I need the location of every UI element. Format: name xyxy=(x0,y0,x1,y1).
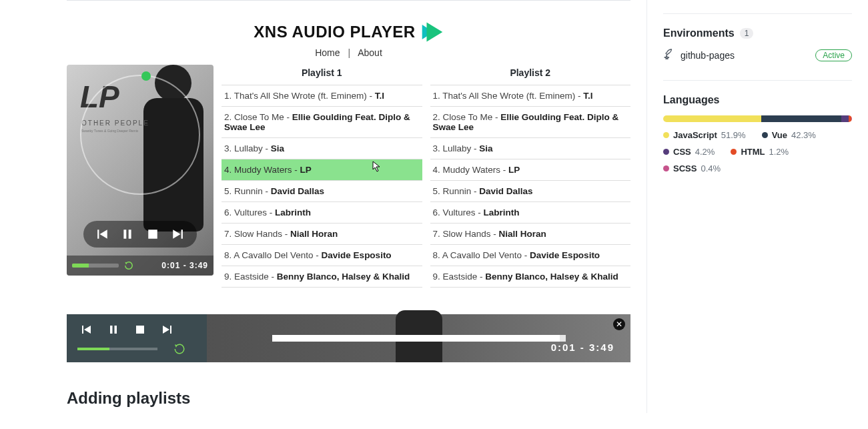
playlist-item[interactable]: 2. Close To Me - Ellie Goulding Feat. Di… xyxy=(430,106,631,137)
environment-row[interactable]: github-pages Active xyxy=(663,49,852,61)
progress-ring-handle-icon[interactable] xyxy=(141,71,151,81)
lang-name: SCSS xyxy=(673,163,697,173)
app-title: XNS AUDIO PLAYER xyxy=(254,22,443,42)
bp-mini-progress[interactable] xyxy=(77,348,157,350)
environments-title-text: Environments xyxy=(663,27,735,39)
rocket-icon xyxy=(663,49,674,61)
mini-progress[interactable] xyxy=(72,264,119,268)
playlist-item[interactable]: 1. That's All She Wrote (ft. Eminem) - T… xyxy=(430,85,631,106)
playlist-item[interactable]: 9. Eastside - Benny Blanco, Halsey & Kha… xyxy=(222,266,422,288)
playlist-item[interactable]: 4. Muddy Waters - LP xyxy=(430,159,631,180)
section-heading-adding-playlists: Adding playlists xyxy=(67,389,630,413)
bottom-player-controls xyxy=(67,314,207,362)
playlist-item[interactable]: 7. Slow Hands - Niall Horan xyxy=(222,223,422,244)
nav-home[interactable]: Home xyxy=(315,47,340,58)
track-artist: Sia xyxy=(479,143,492,153)
languages-section: Languages JavaScript51.9%Vue42.3%CSS4.2%… xyxy=(663,94,852,173)
svg-marker-3 xyxy=(99,230,107,239)
reload-icon[interactable] xyxy=(124,261,133,270)
track-artist: Benny Blanco, Halsey & Khalid xyxy=(277,272,410,282)
stop-icon[interactable] xyxy=(147,228,159,240)
bp-close-icon[interactable]: ✕ xyxy=(613,318,625,330)
divider xyxy=(67,0,630,1)
sidebar-sep-2 xyxy=(663,80,852,81)
environments-title: Environments 1 xyxy=(663,27,852,39)
svg-rect-11 xyxy=(110,326,113,334)
playlist-item[interactable]: 9. Eastside - Benny Blanco, Halsey & Kha… xyxy=(430,266,631,288)
track-title: 9. Eastside - xyxy=(224,272,277,282)
lang-dot-icon xyxy=(663,132,669,138)
languages-bar xyxy=(663,115,852,122)
pause-icon[interactable] xyxy=(121,228,133,240)
sidebar: Environments 1 github-pages Active Langu… xyxy=(647,0,868,413)
bp-time: 0:01 - 3:49 xyxy=(551,342,614,353)
track-title: 1. That's All She Wrote (ft. Eminem) - xyxy=(224,91,375,101)
bp-stop-icon[interactable] xyxy=(135,324,145,335)
playlist-item[interactable]: 3. Lullaby - Sia xyxy=(430,137,631,159)
track-title: 3. Lullaby - xyxy=(433,143,480,153)
lang-name: HTML xyxy=(741,147,765,157)
lang-dot-icon xyxy=(731,149,737,155)
playlist-item[interactable]: 5. Runnin - David Dallas xyxy=(430,180,631,201)
nav-sep: | xyxy=(348,47,350,58)
lang-segment xyxy=(841,115,849,122)
track-title: 7. Slow Hands - xyxy=(433,229,499,239)
lang-percent: 0.4% xyxy=(701,163,721,173)
playlist-item[interactable]: 1. That's All She Wrote (ft. Eminem) - T… xyxy=(222,85,422,106)
playlist-2-title: Playlist 2 xyxy=(430,65,631,85)
bp-pause-icon[interactable] xyxy=(108,324,119,335)
playlist-item[interactable]: 8. A Cavallo Del Vento - Davide Esposito xyxy=(430,244,631,266)
app-title-text: XNS AUDIO PLAYER xyxy=(254,23,415,41)
language-item[interactable]: Vue42.3% xyxy=(762,130,816,140)
svg-rect-14 xyxy=(170,326,171,334)
progress-ring[interactable] xyxy=(80,75,200,195)
environments-count: 1 xyxy=(740,28,754,39)
language-item[interactable]: HTML1.2% xyxy=(731,147,789,157)
demo-block: XNS AUDIO PLAYER Home | About xyxy=(67,11,630,413)
prev-track-icon[interactable] xyxy=(97,228,109,240)
languages-title: Languages xyxy=(663,94,852,106)
track-title: 4. Muddy Waters - xyxy=(433,165,509,175)
lang-segment xyxy=(663,115,761,122)
track-title: 1. That's All She Wrote (ft. Eminem) - xyxy=(433,91,584,101)
playlist-1-title: Playlist 1 xyxy=(222,65,422,85)
language-item[interactable]: CSS4.2% xyxy=(663,147,715,157)
playlist-item[interactable]: 3. Lullaby - Sia xyxy=(222,137,422,159)
playlist-item[interactable]: 6. Vultures - Labrinth xyxy=(222,201,422,223)
svg-rect-12 xyxy=(115,326,117,334)
sidebar-sep-1 xyxy=(663,13,852,14)
playlist-item[interactable]: 6. Vultures - Labrinth xyxy=(430,201,631,223)
mini-bottom-strip: 0:01 - 3:49 xyxy=(67,256,213,276)
track-artist: Niall Horan xyxy=(290,229,338,239)
bp-big-progress[interactable] xyxy=(272,335,566,342)
playlist-item[interactable]: 5. Runnin - David Dallas xyxy=(222,180,422,201)
playlist-item[interactable]: 4. Muddy Waters - LP xyxy=(222,159,422,180)
track-artist: Labrinth xyxy=(484,207,520,218)
bp-center: ✕ 0:01 - 3:49 xyxy=(207,314,630,362)
playlist-item[interactable]: 7. Slow Hands - Niall Horan xyxy=(430,223,631,244)
playlist-item[interactable]: 8. A Cavallo Del Vento - Davide Esposito xyxy=(222,244,422,266)
track-title: 5. Runnin - xyxy=(433,186,480,196)
svg-rect-13 xyxy=(136,326,144,334)
svg-rect-2 xyxy=(97,230,99,239)
environments-section: Environments 1 github-pages Active xyxy=(663,27,852,61)
track-artist: Benny Blanco, Halsey & Khalid xyxy=(485,272,618,282)
playlist-item[interactable]: 2. Close To Me - Ellie Goulding Feat. Di… xyxy=(222,106,422,137)
track-title: 3. Lullaby - xyxy=(224,143,271,153)
svg-marker-8 xyxy=(173,230,181,239)
environment-name[interactable]: github-pages xyxy=(681,50,735,61)
track-title: 5. Runnin - xyxy=(224,186,271,196)
language-item[interactable]: SCSS0.4% xyxy=(663,163,721,173)
bp-prev-icon[interactable] xyxy=(81,324,92,335)
nav-about[interactable]: About xyxy=(358,47,382,58)
track-title: 2. Close To Me - xyxy=(224,112,292,122)
language-item[interactable]: JavaScript51.9% xyxy=(663,130,746,140)
next-track-icon[interactable] xyxy=(171,228,183,240)
svg-rect-7 xyxy=(181,230,183,239)
bp-next-icon[interactable] xyxy=(161,324,172,335)
svg-rect-9 xyxy=(82,326,83,334)
bp-reload-icon[interactable] xyxy=(173,343,185,355)
lang-dot-icon xyxy=(762,132,768,138)
track-artist: Sia xyxy=(271,143,284,153)
environment-status-badge: Active xyxy=(815,49,852,61)
